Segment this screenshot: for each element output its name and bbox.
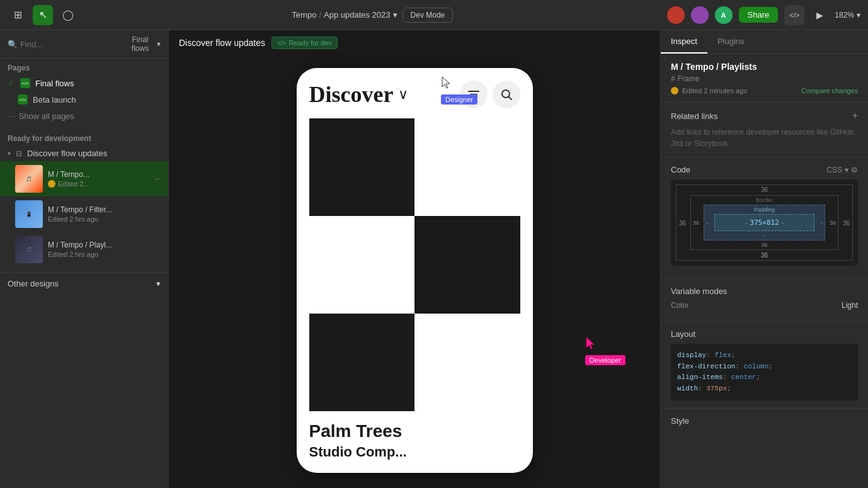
checker-cell-6 bbox=[414, 314, 520, 411]
show-all-pages-button[interactable]: ··· Show all pages bbox=[0, 108, 168, 124]
badge-label: Ready for dev bbox=[288, 39, 331, 47]
canvas-content: Designer Developer Discover ∨ bbox=[169, 55, 660, 488]
dev-mode-button[interactable]: Dev Mode bbox=[403, 8, 454, 23]
frame-info-3: M / Tempo / Playl... Edited 2 hrs ago bbox=[48, 241, 161, 258]
code-format-label: CSS bbox=[826, 166, 842, 174]
layout-code-block: display: flex; flex-direction: column; a… bbox=[671, 344, 858, 400]
developer-cursor-label: Developer bbox=[585, 355, 625, 365]
page-item-final-flows[interactable]: ✓ </> Final flows bbox=[0, 75, 168, 91]
component-name: M / Tempo / Playlists bbox=[671, 62, 858, 72]
component-type: # Frame bbox=[671, 74, 858, 83]
other-designs-chevron: ▾ bbox=[156, 279, 161, 288]
main-layout: 🔍 Final flows ▾ Pages ✓ </> Final flows … bbox=[0, 30, 868, 488]
sidebar: 🔍 Final flows ▾ Pages ✓ </> Final flows … bbox=[0, 30, 169, 488]
panel-tabs: Inspect Plugins bbox=[661, 30, 868, 54]
device-mockup: Discover ∨ bbox=[297, 68, 533, 473]
breadcrumb-file[interactable]: App updates 2023 bbox=[324, 10, 391, 20]
code-settings-icon[interactable]: ⚙ bbox=[851, 166, 858, 174]
frame-thumb-1: 🎵 bbox=[15, 165, 43, 193]
ready-for-dev-header[interactable]: Ready for development bbox=[0, 129, 168, 145]
filter-dropdown-icon: ▾ bbox=[157, 40, 161, 48]
chat-tool-button[interactable]: ◯ bbox=[58, 5, 78, 25]
variable-modes-header: Variable modes bbox=[671, 287, 858, 296]
box-border-left: 36 bbox=[693, 220, 699, 226]
css-property-flex-direction: flex-direction bbox=[677, 363, 735, 370]
cursor-tool-button[interactable]: ↖ bbox=[33, 5, 53, 25]
grid-icon: ⊞ bbox=[14, 9, 22, 21]
expand-icon: ▾ bbox=[8, 150, 11, 157]
box-margin-top: 36 bbox=[761, 186, 768, 193]
rfd-item-discover[interactable]: ▾ ⊟ Discover flow updates bbox=[0, 145, 168, 161]
box-margin-bottom-outer: 36 bbox=[761, 252, 768, 259]
breadcrumb-dropdown-icon[interactable]: ▾ bbox=[393, 10, 397, 20]
search-icon: 🔍 bbox=[8, 40, 18, 49]
breadcrumb-project: Tempo bbox=[292, 10, 316, 20]
related-links-header: Related links + bbox=[671, 110, 858, 122]
frame-item-2[interactable]: 📱 M / Tempo / Filter... Edited 2 hrs ago bbox=[0, 196, 168, 232]
checkerboard-pattern bbox=[309, 118, 520, 411]
edited-dot-panel bbox=[671, 87, 678, 94]
frame-item-3[interactable]: 🎵 M / Tempo / Playl... Edited 2 hrs ago bbox=[0, 232, 168, 267]
zoom-control[interactable]: 182% ▾ bbox=[835, 11, 860, 20]
frame-item-1[interactable]: 🎵 M / Tempo... Edited 2... → bbox=[0, 161, 168, 196]
code-section-header: Code CSS ▾ ⚙ bbox=[671, 165, 858, 174]
padding-label: Padding bbox=[754, 207, 775, 213]
padding-left: - bbox=[706, 220, 708, 226]
layout-section: Layout display: flex; flex-direction: co… bbox=[661, 321, 868, 408]
frame-time-2: Edited 2 hrs ago bbox=[48, 215, 161, 223]
component-info-section: M / Tempo / Playlists # Frame Edited 2 m… bbox=[661, 54, 868, 103]
checker-cell-3 bbox=[309, 216, 415, 314]
other-designs-label: Other designs bbox=[8, 279, 59, 288]
discover-title: Discover ∨ bbox=[309, 81, 409, 108]
frame-time-label-1: Edited 2... bbox=[58, 180, 89, 188]
padding-bottom: - bbox=[763, 232, 765, 239]
page-item-beta-launch[interactable]: </> Beta launch bbox=[0, 91, 168, 108]
css-flex-direction-line: flex-direction: column; bbox=[677, 361, 852, 373]
svg-line-4 bbox=[509, 97, 511, 99]
frame-time-3: Edited 2 hrs ago bbox=[48, 251, 161, 258]
css-value-flex-direction: column bbox=[744, 363, 769, 370]
css-value-width: 375px bbox=[706, 385, 727, 392]
component-type-label: Frame bbox=[678, 74, 700, 83]
size-dash-left: - bbox=[745, 219, 747, 226]
frame-name-2: M / Tempo / Filter... bbox=[48, 205, 161, 214]
ready-for-dev-badge: </> Ready for dev bbox=[271, 37, 338, 49]
zoom-dropdown-icon: ▾ bbox=[857, 11, 860, 20]
compare-changes-link[interactable]: Compare changes bbox=[801, 87, 858, 94]
related-links-title: Related links bbox=[671, 111, 717, 121]
play-button[interactable]: ▶ bbox=[811, 6, 828, 24]
css-align-items-line: align-items: center; bbox=[677, 372, 852, 383]
related-links-section: Related links + Add links to reference d… bbox=[661, 103, 868, 157]
other-designs-header[interactable]: Other designs ▾ bbox=[0, 273, 168, 295]
code-format-dropdown[interactable]: CSS ▾ ⚙ bbox=[826, 166, 858, 174]
sidebar-search-bar: 🔍 Final flows ▾ bbox=[0, 30, 168, 59]
code-format-dropdown-icon: ▾ bbox=[845, 166, 848, 174]
share-button[interactable]: Share bbox=[739, 7, 779, 23]
frame-time-1: Edited 2... bbox=[48, 180, 148, 188]
tab-inspect[interactable]: Inspect bbox=[661, 30, 707, 54]
developer-cursor-icon bbox=[585, 336, 598, 351]
cursor-icon: ↖ bbox=[39, 9, 47, 21]
frame-thumb-2: 📱 bbox=[15, 200, 43, 228]
tab-plugins[interactable]: Plugins bbox=[707, 30, 755, 54]
check-icon: ✓ bbox=[8, 79, 14, 88]
checker-cell-5 bbox=[309, 314, 415, 411]
code-view-button[interactable]: </> bbox=[784, 5, 804, 25]
box-border-right: 36 bbox=[830, 220, 836, 226]
css-property-width: width bbox=[677, 385, 698, 392]
chat-icon: ◯ bbox=[62, 9, 74, 21]
add-link-icon[interactable]: + bbox=[852, 110, 858, 122]
badge-code-icon: </> bbox=[277, 40, 286, 47]
code-icon: </> bbox=[789, 11, 799, 19]
right-panel: Inspect Plugins M / Tempo / Playlists # … bbox=[660, 30, 868, 488]
page-icon-beta-launch: </> bbox=[18, 94, 28, 105]
search-input[interactable] bbox=[20, 40, 126, 49]
designer-cursor-area: Designer bbox=[441, 76, 477, 105]
border-label: Border bbox=[756, 197, 773, 203]
grid-tool-button[interactable]: ⊞ bbox=[8, 5, 28, 25]
topbar-center: Tempo / App updates 2023 ▾ Dev Mode bbox=[292, 8, 453, 23]
style-section-header: Style bbox=[671, 416, 858, 426]
page-item-label: Beta launch bbox=[33, 95, 76, 105]
filter-dropdown-button[interactable]: Final flows ▾ bbox=[126, 35, 161, 53]
edited-dot-1 bbox=[48, 180, 55, 188]
